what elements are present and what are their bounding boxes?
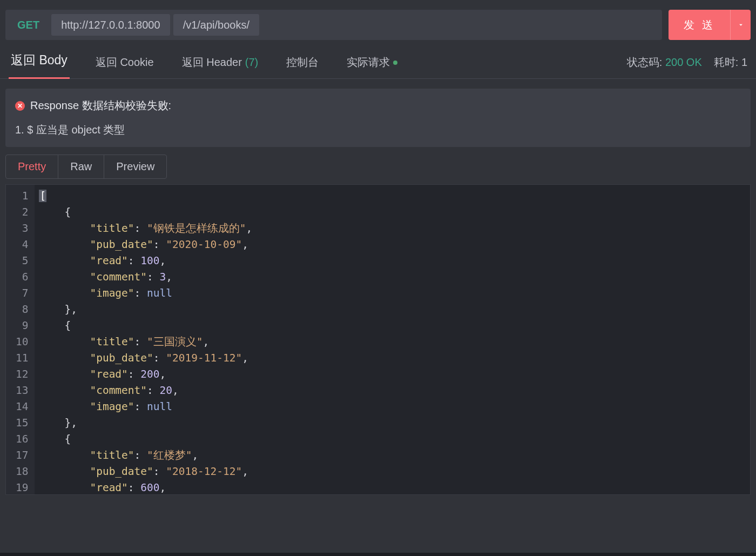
view-tab-raw[interactable]: Raw (58, 155, 104, 178)
view-tab-preview[interactable]: Preview (104, 155, 166, 178)
url-input-group[interactable]: GET http://127.0.0.1:8000 /v1/api/books/ (5, 10, 662, 40)
tab-actual-request-label: 实际请求 (347, 55, 390, 70)
validation-error-item: 1. $ 应当是 object 类型 (15, 123, 741, 137)
send-button[interactable]: 发 送 (669, 10, 730, 40)
status-time-value: 1 (741, 56, 747, 68)
status-summary: 状态码: 200 OK 耗时: 1 (627, 55, 747, 78)
tab-body[interactable]: 返回 Body (9, 52, 70, 79)
error-icon: ✕ (15, 101, 25, 111)
send-dropdown[interactable] (730, 10, 751, 40)
tab-header[interactable]: 返回 Header (7) (180, 55, 261, 78)
http-method[interactable]: GET (5, 10, 51, 40)
line-number-gutter: 12345678910111213141516171819 (6, 185, 35, 494)
validation-error-title-text: Response 数据结构校验失败: (30, 98, 171, 113)
dot-indicator-icon (393, 61, 397, 65)
request-bar: GET http://127.0.0.1:8000 /v1/api/books/… (0, 0, 756, 40)
response-code-viewer[interactable]: 12345678910111213141516171819 [ { "title… (5, 184, 751, 495)
url-path[interactable]: /v1/api/books/ (173, 14, 259, 36)
body-view-tabs: Pretty Raw Preview (5, 155, 167, 179)
status-code-value: 200 OK (665, 56, 702, 68)
response-tabs-row: 返回 Body 返回 Cookie 返回 Header (7) 控制台 实际请求… (0, 40, 756, 79)
view-tab-pretty[interactable]: Pretty (6, 155, 58, 178)
validation-error-box: ✕ Response 数据结构校验失败: 1. $ 应当是 object 类型 (5, 89, 751, 147)
tab-cookie[interactable]: 返回 Cookie (93, 55, 156, 78)
url-host[interactable]: http://127.0.0.1:8000 (51, 14, 170, 36)
tab-console[interactable]: 控制台 (284, 55, 321, 78)
tab-header-label: 返回 Header (182, 55, 242, 70)
status-time: 耗时: 1 (714, 55, 747, 70)
code-content: [ { "title": "钢铁是怎样练成的", "pub_date": "20… (35, 185, 252, 494)
validation-error-title: ✕ Response 数据结构校验失败: (15, 98, 741, 113)
status-time-label: 耗时: (714, 56, 739, 68)
status-code-label: 状态码: (627, 56, 663, 68)
tab-actual-request[interactable]: 实际请求 (345, 55, 400, 78)
response-tabs: 返回 Body 返回 Cookie 返回 Header (7) 控制台 实际请求 (9, 52, 400, 78)
tab-header-count: (7) (245, 56, 258, 69)
chevron-down-icon (737, 21, 745, 29)
status-code: 状态码: 200 OK (627, 55, 702, 70)
send-button-group: 发 送 (669, 10, 751, 40)
